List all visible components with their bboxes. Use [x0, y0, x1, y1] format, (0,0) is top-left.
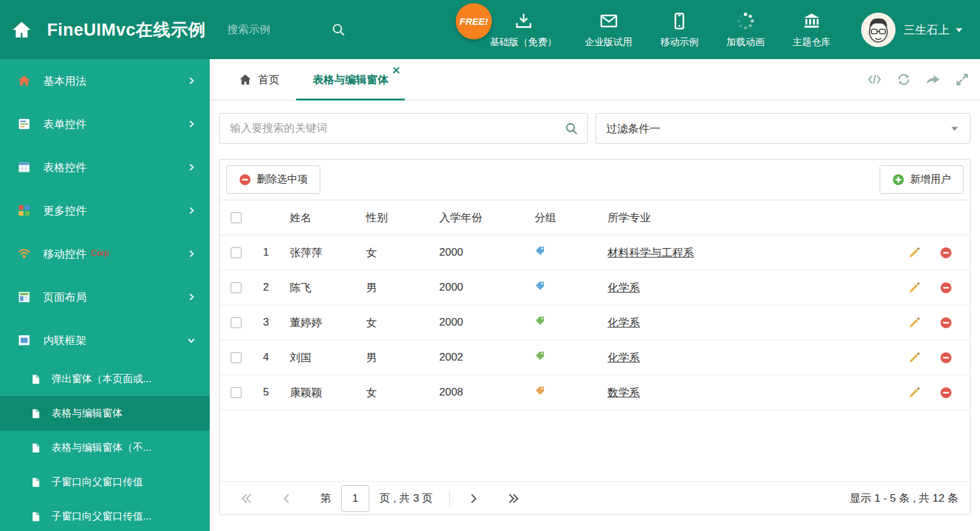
layout-icon [18, 291, 31, 303]
share-icon[interactable] [925, 72, 941, 87]
delete-icon[interactable] [940, 352, 952, 364]
tab-bar: 首页 表格与编辑窗体 [210, 59, 980, 100]
code-icon[interactable] [867, 72, 882, 87]
sidebar-subitem-grid-edit-window[interactable]: 表格与编辑窗体 [0, 396, 210, 431]
nav-item-mobile-demo[interactable]: 移动示例 [646, 11, 712, 48]
table-row[interactable]: 2 陈飞 男 2000 化学系 [220, 270, 970, 305]
chevron-right-icon [187, 163, 196, 172]
edit-icon[interactable] [908, 387, 920, 399]
signal-icon [18, 247, 31, 260]
sidebar-subitem-child-to-parent-2[interactable]: 子窗口向父窗口传值... [0, 499, 210, 531]
search-icon[interactable] [332, 23, 346, 37]
house-icon [18, 74, 31, 87]
col-index [252, 200, 280, 235]
table-icon [18, 161, 31, 174]
edit-icon[interactable] [908, 352, 920, 364]
cell-year: 2000 [430, 305, 525, 340]
sidebar-item-label: 表单控件 [43, 117, 86, 132]
last-page-button[interactable] [507, 492, 521, 506]
nav-item-label: 企业版试用 [585, 36, 632, 48]
table-row[interactable]: 4 刘国 男 2002 化学系 [220, 340, 970, 375]
sidebar-item-page-layout[interactable]: 页面布局 [0, 275, 210, 319]
col-name: 姓名 [280, 200, 357, 235]
row-checkbox[interactable] [231, 247, 242, 258]
select-all-checkbox[interactable] [231, 212, 242, 223]
minus-circle-icon [239, 174, 251, 186]
nav-item-enterprise-trial[interactable]: 企业版试用 [571, 11, 646, 48]
col-year: 入学年份 [430, 200, 525, 235]
sidebar-subitem-grid-edit-window-2[interactable]: 表格与编辑窗体（不... [0, 431, 210, 465]
refresh-icon[interactable] [896, 72, 911, 87]
tag-icon [534, 315, 545, 326]
sidebar-item-grid-controls[interactable]: 表格控件 [0, 146, 210, 189]
app-title: FineUIMvc在线示例 [47, 18, 206, 41]
close-icon[interactable] [393, 67, 400, 74]
delete-icon[interactable] [940, 247, 952, 259]
major-link[interactable]: 化学系 [608, 282, 640, 294]
prev-page-button[interactable] [280, 492, 294, 506]
major-link[interactable]: 材料科学与工程系 [608, 247, 694, 259]
page-number-input[interactable] [341, 485, 369, 512]
sidebar-item-label: 内联框架 [43, 333, 86, 348]
pagination-bar: 第 页 , 共 3 页 显示 1 - 5 条 , 共 12 条 [220, 481, 970, 514]
sidebar-item-iframe[interactable]: 内联框架 [0, 319, 210, 362]
row-checkbox[interactable] [231, 282, 242, 293]
home-icon [11, 20, 32, 40]
row-checkbox[interactable] [231, 352, 242, 363]
edit-icon[interactable] [908, 247, 920, 259]
tab-grid-edit-window[interactable]: 表格与编辑窗体 [296, 59, 405, 100]
major-link[interactable]: 化学系 [608, 352, 640, 364]
sidebar-item-more-controls[interactable]: 更多控件 [0, 189, 210, 232]
row-checkbox[interactable] [231, 317, 242, 328]
delete-icon[interactable] [940, 387, 952, 399]
row-number: 3 [252, 305, 280, 340]
sidebar-subitem-label: 子窗口向父窗口传值 [51, 476, 143, 489]
keyword-search-input[interactable] [220, 122, 587, 135]
col-group: 分组 [525, 200, 598, 235]
cell-name: 董婷婷 [280, 305, 357, 340]
major-link[interactable]: 数学系 [608, 387, 640, 399]
edit-icon[interactable] [908, 317, 920, 329]
add-user-button[interactable]: 新增用户 [880, 165, 963, 194]
sidebar-item-label: 更多控件 [43, 203, 86, 218]
major-link[interactable]: 化学系 [608, 317, 640, 329]
home-icon [239, 73, 252, 86]
cell-name: 张萍萍 [280, 235, 357, 270]
nav-item-theme-repository[interactable]: 主题仓库 [779, 11, 845, 48]
user-menu[interactable]: 三生石上 [861, 13, 980, 47]
edit-icon[interactable] [908, 282, 920, 294]
sidebar-item-basic-usage[interactable]: 基本用法 [0, 59, 210, 102]
page-icon [31, 477, 41, 488]
row-number: 5 [252, 375, 280, 410]
delete-icon[interactable] [940, 317, 952, 329]
cell-year: 2000 [430, 235, 525, 270]
row-checkbox[interactable] [231, 387, 242, 398]
table-row[interactable]: 1 张萍萍 女 2000 材料科学与工程系 [220, 235, 970, 270]
row-number: 1 [252, 235, 280, 270]
cell-name: 康颖颖 [280, 375, 357, 410]
sidebar-item-form-controls[interactable]: 表单控件 [0, 102, 210, 146]
search-icon[interactable] [565, 122, 578, 135]
blocks-icon [18, 204, 31, 217]
next-page-button[interactable] [466, 492, 480, 506]
delete-icon[interactable] [940, 282, 952, 294]
envelope-icon [599, 11, 618, 31]
tab-home[interactable]: 首页 [222, 59, 296, 100]
table-row[interactable]: 5 康颖颖 女 2008 数学系 [220, 375, 970, 410]
filter-dropdown[interactable]: 过滤条件一 [595, 113, 970, 144]
cell-year: 2002 [430, 340, 525, 375]
expand-icon[interactable] [955, 72, 970, 87]
table-row[interactable]: 3 董婷婷 女 2000 化学系 [220, 305, 970, 340]
sidebar-subitem-popup-window[interactable]: 弹出窗体（本页面或... [0, 362, 210, 396]
app-logo[interactable]: FineUIMvc在线示例 [0, 18, 206, 41]
main-area: 首页 表格与编辑窗体 [210, 59, 980, 531]
header-search-input[interactable] [228, 24, 323, 36]
nav-item-basic-edition[interactable]: FREE! 基础版（免费） [476, 11, 571, 48]
delete-selected-button[interactable]: 删除选中项 [226, 165, 320, 194]
sidebar-item-mobile-controls[interactable]: 移动控件 Corp [0, 232, 210, 275]
sidebar-subitem-child-to-parent[interactable]: 子窗口向父窗口传值 [0, 465, 210, 499]
nav-item-loading-animations[interactable]: 加载动画 [712, 11, 779, 48]
first-page-button[interactable] [239, 492, 253, 506]
filter-dropdown-value: 过滤条件一 [606, 121, 660, 136]
chevron-right-icon [187, 293, 196, 301]
